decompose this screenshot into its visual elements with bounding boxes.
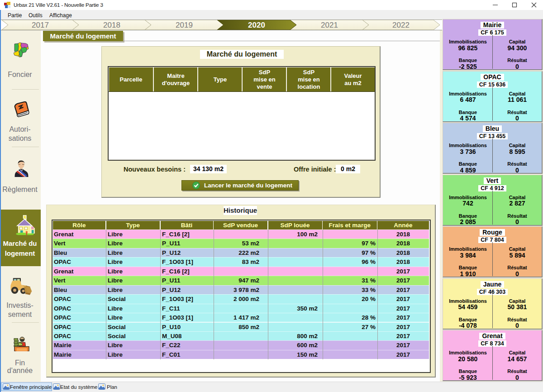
- svg-text:2020: 2020: [248, 21, 265, 29]
- svg-text:2019: 2019: [176, 21, 193, 29]
- svg-text:2021: 2021: [321, 21, 338, 29]
- svg-text:2018: 2018: [103, 21, 120, 29]
- svg-text:2017: 2017: [32, 21, 49, 29]
- svg-text:2022: 2022: [392, 21, 410, 29]
